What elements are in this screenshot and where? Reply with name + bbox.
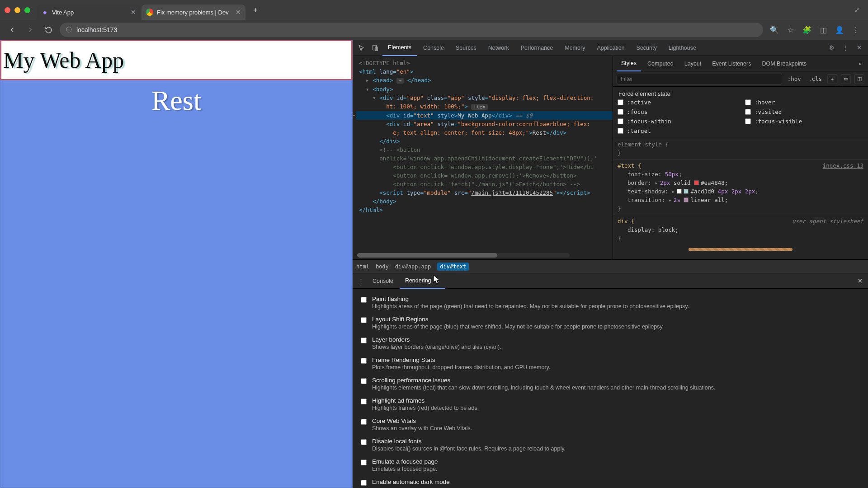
hov-toggle[interactable]: :hov	[786, 75, 803, 82]
forward-button[interactable]	[24, 23, 37, 37]
computed-toggle-icon[interactable]: ◫	[854, 74, 864, 84]
site-info-icon[interactable]: ⓘ	[66, 26, 72, 34]
dom-breadcrumbs[interactable]: htmlbodydiv#app.appdiv#text	[353, 259, 868, 273]
style-rule-text[interactable]: index.css:13 #text { font-size: 50px; bo…	[613, 159, 868, 215]
pseudo-checkbox[interactable]	[745, 99, 751, 105]
option-checkbox[interactable]	[361, 317, 367, 323]
more-icon[interactable]: ⋮	[839, 42, 852, 54]
option-checkbox[interactable]	[361, 378, 367, 384]
pseudo-target[interactable]: :target	[618, 127, 736, 134]
close-window-button[interactable]	[5, 7, 10, 13]
styles-filter-input[interactable]	[617, 74, 782, 84]
crumb-div-text[interactable]: div#text	[437, 263, 469, 271]
zoom-icon[interactable]: 🔍	[768, 23, 781, 37]
crumb-body[interactable]: body	[376, 263, 389, 270]
option-checkbox[interactable]	[361, 439, 367, 445]
minimize-window-button[interactable]	[14, 7, 20, 13]
styles-tab-layout[interactable]: Layout	[680, 56, 706, 71]
flex-badge[interactable]: flex	[471, 104, 488, 110]
rendering-option-emulate-a-focused-page[interactable]: Emulate a focused pageEmulates a focused…	[353, 455, 868, 475]
styles-more-icon[interactable]: »	[856, 61, 864, 67]
rendering-option-scrolling-performance-issues[interactable]: Scrolling performance issuesHighlights e…	[353, 374, 868, 394]
rendering-option-highlight-ad-frames[interactable]: Highlight ad framesHighlights frames (re…	[353, 394, 868, 414]
zoom-window-button[interactable]	[24, 7, 30, 13]
inspect-icon[interactable]	[355, 42, 368, 54]
rendering-option-paint-flashing[interactable]: Paint flashingHighlights areas of the pa…	[353, 292, 868, 313]
address-bar[interactable]: ⓘ localhost:5173	[60, 23, 763, 37]
rendering-option-layout-shift-regions[interactable]: Layout Shift RegionsHighlights areas of …	[353, 313, 868, 333]
pseudo-label: :target	[627, 127, 651, 134]
rendering-option-layer-borders[interactable]: Layer bordersShows layer borders (orange…	[353, 333, 868, 353]
settings-icon[interactable]: ⚙	[826, 42, 838, 54]
profile-icon[interactable]: 👤	[833, 23, 846, 37]
close-devtools-icon[interactable]: ✕	[853, 42, 865, 54]
styles-tab-styles[interactable]: Styles	[617, 56, 641, 71]
option-checkbox[interactable]	[361, 297, 367, 303]
option-checkbox[interactable]	[361, 460, 367, 465]
option-checkbox[interactable]	[361, 358, 367, 364]
pseudo-checkbox[interactable]	[618, 99, 623, 105]
dom-tree[interactable]: <!DOCTYPE html> <html lang="en"> ▸ <head…	[353, 56, 613, 259]
pseudo-checkbox[interactable]	[618, 118, 623, 124]
device-bar-icon[interactable]: ▭	[841, 74, 851, 84]
drawer-tab-rendering[interactable]: Rendering✕	[400, 273, 445, 289]
option-checkbox[interactable]	[361, 399, 367, 404]
devtools-tab-network[interactable]: Network	[483, 40, 514, 56]
drawer-menu-icon[interactable]: ⋮	[355, 277, 366, 284]
close-tab-icon[interactable]: ✕	[131, 9, 136, 16]
rendering-option-core-web-vitals[interactable]: Core Web VitalsShows an overlay with Cor…	[353, 414, 868, 435]
style-rule-element[interactable]: element.style { }	[613, 138, 868, 159]
option-checkbox[interactable]	[361, 338, 367, 343]
rendering-options[interactable]: Paint flashingHighlights areas of the pa…	[353, 289, 868, 488]
new-tab-button[interactable]: ＋	[249, 4, 262, 16]
rendering-option-disable-local-fonts[interactable]: Disable local fontsDisables local() sour…	[353, 435, 868, 455]
devtools-tab-application[interactable]: Application	[591, 40, 630, 56]
dom-selected-node[interactable]: ⋯ <div id="text" style>My Web App</div> …	[356, 111, 613, 120]
rule-source-link[interactable]: index.css:13	[823, 161, 863, 170]
rendering-option-frame-rendering-stats[interactable]: Frame Rendering StatsPlots frame through…	[353, 353, 868, 374]
devtools-tab-elements[interactable]: Elements	[382, 40, 417, 56]
dom-horizontal-scrollbar[interactable]	[357, 253, 570, 258]
pseudo-checkbox[interactable]	[745, 109, 751, 115]
devtools-tab-sources[interactable]: Sources	[450, 40, 482, 56]
pseudo-visited[interactable]: :visited	[745, 108, 863, 115]
reload-button[interactable]	[42, 23, 55, 37]
extensions-icon[interactable]: 🧩	[800, 23, 814, 37]
pseudo-hover[interactable]: :hover	[745, 99, 863, 106]
back-button[interactable]	[5, 23, 19, 37]
rendering-option-enable-automatic-dark-mode[interactable]: Enable automatic dark mode	[353, 475, 868, 488]
devtools-tab-console[interactable]: Console	[418, 40, 449, 56]
styles-tab-computed[interactable]: Computed	[643, 56, 678, 71]
drawer-tab-console[interactable]: Console	[367, 273, 399, 289]
devtools-tab-performance[interactable]: Performance	[515, 40, 559, 56]
styles-tab-event-listeners[interactable]: Event Listeners	[708, 56, 755, 71]
drawer-close-icon[interactable]: ✕	[854, 277, 865, 284]
device-toggle-icon[interactable]	[369, 42, 382, 54]
browser-tab-vite[interactable]: ◆ Vite App ✕	[37, 5, 141, 20]
close-tab-icon[interactable]: ✕	[236, 9, 241, 16]
pseudo-checkbox[interactable]	[618, 128, 623, 134]
bookmark-icon[interactable]: ☆	[784, 23, 797, 37]
pseudo-focus[interactable]: :focus	[618, 108, 736, 115]
sidepanel-icon[interactable]: ◫	[816, 23, 830, 37]
browser-tab-devdocs[interactable]: Fix memory problems | Dev ✕	[142, 5, 245, 20]
styles-tab-dom-breakpoints[interactable]: DOM Breakpoints	[757, 56, 811, 71]
devtools-tab-memory[interactable]: Memory	[559, 40, 590, 56]
devtools-tab-security[interactable]: Security	[631, 40, 662, 56]
pseudo-active[interactable]: :active	[618, 99, 736, 106]
option-checkbox[interactable]	[361, 480, 367, 486]
crumb-html[interactable]: html	[356, 263, 369, 270]
pseudo-focus-visible[interactable]: :focus-visible	[745, 118, 863, 125]
menu-icon[interactable]: ⋮	[849, 23, 863, 37]
crumb-div-app-app[interactable]: div#app.app	[395, 263, 431, 270]
window-expand-icon[interactable]: ⤢	[851, 6, 863, 14]
devtools-tab-lighthouse[interactable]: Lighthouse	[663, 40, 702, 56]
pseudo-checkbox[interactable]	[745, 118, 751, 124]
new-rule-button[interactable]: +	[827, 74, 837, 84]
close-drawer-tab-icon[interactable]: ✕	[435, 277, 440, 284]
cls-toggle[interactable]: .cls	[807, 75, 824, 82]
style-rule-div[interactable]: user agent stylesheet div { display: blo…	[613, 215, 868, 255]
pseudo-checkbox[interactable]	[618, 109, 623, 115]
option-checkbox[interactable]	[361, 419, 367, 425]
pseudo-focus-within[interactable]: :focus-within	[618, 118, 736, 125]
